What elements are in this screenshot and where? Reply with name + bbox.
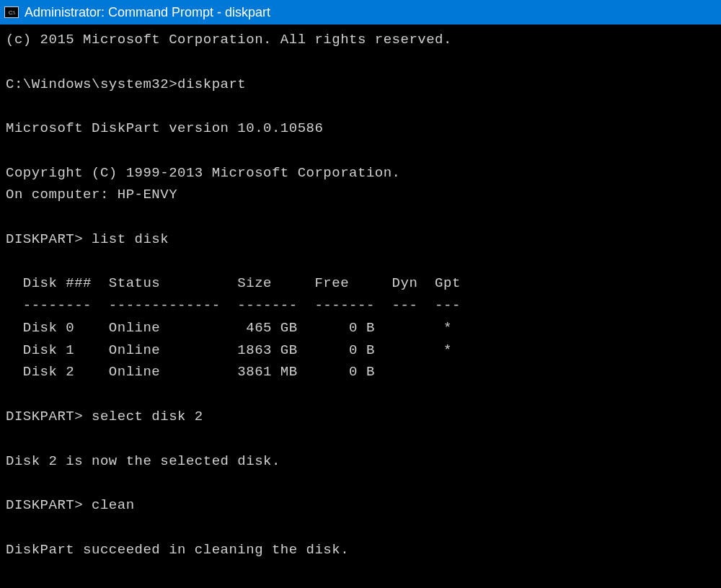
terminal-output[interactable]: (c) 2015 Microsoft Corporation. All righ… — [0, 24, 721, 588]
disk-table-header: Disk ### Status Size Free Dyn Gpt — [6, 275, 461, 291]
prompt-path: C:\Windows\system32> — [6, 76, 177, 92]
disk-table-divider: -------- ------------- ------- ------- -… — [6, 298, 461, 313]
cmd-clean: clean — [92, 497, 135, 513]
table-row: Disk 0 Online 465 GB 0 B * — [6, 320, 452, 336]
prompt-command: diskpart — [177, 76, 246, 92]
window-title: Administrator: Command Prompt - diskpart — [25, 5, 270, 20]
cmd-icon-text: C:\ — [9, 9, 15, 16]
cmd-list-disk: list disk — [92, 231, 169, 247]
titlebar[interactable]: C:\ Administrator: Command Prompt - disk… — [0, 0, 721, 24]
copyright-line: (c) 2015 Microsoft Corporation. All righ… — [6, 32, 452, 48]
cmd-select-disk: select disk 2 — [92, 409, 203, 424]
diskpart-prompt: DISKPART> — [6, 409, 92, 424]
select-result: Disk 2 is now the selected disk. — [6, 453, 280, 469]
diskpart-prompt: DISKPART> — [6, 497, 92, 513]
table-row: Disk 1 Online 1863 GB 0 B * — [6, 342, 452, 358]
table-row: Disk 2 Online 3861 MB 0 B — [6, 364, 375, 380]
diskpart-version: Microsoft DiskPart version 10.0.10586 — [6, 120, 323, 136]
clean-result: DiskPart succeeded in cleaning the disk. — [6, 542, 349, 558]
on-computer-value: HP-ENVY — [118, 187, 177, 202]
diskpart-prompt: DISKPART> — [6, 231, 92, 247]
cmd-icon: C:\ — [4, 6, 19, 18]
command-prompt-window: C:\ Administrator: Command Prompt - disk… — [0, 0, 721, 588]
diskpart-copyright: Copyright (C) 1999-2013 Microsoft Corpor… — [6, 165, 401, 181]
on-computer-label: On computer: — [6, 187, 118, 202]
